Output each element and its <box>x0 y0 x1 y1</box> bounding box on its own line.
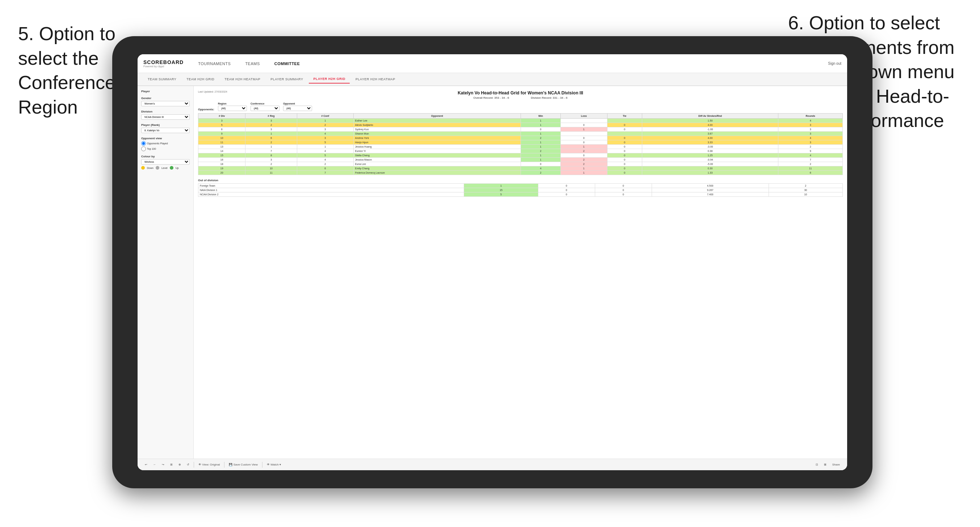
out-of-division-title: Out of division <box>198 179 843 182</box>
cell-conf: 3 <box>297 127 353 132</box>
cell-div: 13 <box>198 145 245 149</box>
col-tie: Tie <box>607 114 642 119</box>
cell-loss: 2 <box>561 149 607 153</box>
cell-win: 1 <box>520 158 560 162</box>
report-title: Katelyn Vo Head-to-Head Grid for Women's… <box>198 90 843 95</box>
cell-loss <box>561 119 607 123</box>
nav-teams[interactable]: TEAMS <box>242 60 263 67</box>
report-area: Last Updated: 27/03/2024 Katelyn Vo Head… <box>194 86 847 459</box>
cell-win: 1 <box>520 119 560 123</box>
table-row: 16 3 4 Jessica Mason 1 2 0 -0.94 7 <box>198 158 843 162</box>
cell-div: 18 <box>198 162 245 167</box>
toolbar-add[interactable]: ⊕ <box>177 462 183 467</box>
report-header: Katelyn Vo Head-to-Head Grid for Women's… <box>198 90 843 100</box>
cell-win: 1 <box>520 140 560 145</box>
cell-opp-rounds: 30 <box>768 188 842 192</box>
cell-tie: 0 <box>607 149 642 153</box>
cell-div: 14 <box>198 149 245 153</box>
filter-conference-group: Conference (All) <box>251 102 280 111</box>
cell-win: 2 <box>520 136 560 140</box>
cell-reg: 2 <box>245 162 297 167</box>
toolbar-undo[interactable]: ↩ <box>143 462 149 467</box>
sub-nav-team-h2h-grid[interactable]: TEAM H2H GRID <box>182 75 219 83</box>
dot-level <box>156 166 159 170</box>
toolbar-share[interactable]: Share <box>831 462 842 467</box>
filter-opponent-select[interactable]: (All) <box>283 106 312 111</box>
out-of-div-row: NAIA Division 1 15 0 0 9.267 30 <box>198 188 843 192</box>
cell-tie: 0 <box>607 127 642 132</box>
nav-committee[interactable]: COMMITTEE <box>271 60 304 67</box>
cell-opponent: Sharon Mun <box>353 132 520 136</box>
cell-conf: 4 <box>297 158 353 162</box>
cell-loss: 0 <box>561 153 607 158</box>
sub-nav-player-h2h-heatmap[interactable]: PLAYER H2H HEATMAP <box>351 75 400 83</box>
radio-opponents-played[interactable]: Opponents Played <box>141 141 190 146</box>
cell-win: 0 <box>520 162 560 167</box>
cell-conf: 3 <box>297 136 353 140</box>
cell-reg: 11 <box>245 171 297 175</box>
cell-diff: -5.00 <box>642 162 778 167</box>
cell-loss: 1 <box>561 145 607 149</box>
filter-region-select[interactable]: (All) <box>218 106 247 111</box>
sidebar-gender-select[interactable]: Women's <box>141 101 190 106</box>
sub-nav-player-h2h-grid[interactable]: PLAYER H2H GRID <box>309 75 350 84</box>
cell-rounds: 4 <box>778 119 843 123</box>
sub-nav-player-summary[interactable]: PLAYER SUMMARY <box>266 75 307 83</box>
toolbar-icon1[interactable]: ⊡ <box>814 462 819 467</box>
col-diff: Diff Av Strokes/Rnd <box>642 114 778 119</box>
filter-conference-select[interactable]: (All) <box>251 106 280 111</box>
cell-win: 1 <box>520 145 560 149</box>
cell-rounds: 2 <box>778 162 843 167</box>
radio-top100[interactable]: Top 100 <box>141 146 190 151</box>
toolbar-redo[interactable]: ↪ <box>161 462 166 467</box>
sub-nav-team-h2h-heatmap[interactable]: TEAM H2H HEATMAP <box>220 75 265 83</box>
logo-sub: Powered by clippd <box>143 65 183 68</box>
sidebar-division-select[interactable]: NCAA Division III <box>141 114 190 120</box>
cell-opp-tie: 0 <box>595 184 652 188</box>
cell-opponent: Jessica Mason <box>353 158 520 162</box>
sidebar-colour-select[interactable]: Win/loss <box>141 159 190 165</box>
sign-out[interactable]: Sign out <box>828 62 842 65</box>
cell-diff: 3.33 <box>642 140 778 145</box>
sidebar-player-rank-select[interactable]: 8. Katelyn Vo <box>141 128 190 133</box>
cell-diff: 1.25 <box>642 153 778 158</box>
table-row: 14 7 4 Eunice Yi 2 2 0 0.38 9 <box>198 149 843 153</box>
cell-win: 4 <box>520 167 560 171</box>
overall-record: Overall Record: 353 - 34 - 6 <box>473 96 509 100</box>
col-reg: # Reg <box>245 114 297 119</box>
report-header-wrapper: Last Updated: 27/03/2024 Katelyn Vo Head… <box>198 90 843 100</box>
sidebar-opponent-view-section: Opponent view Opponents Played Top 100 <box>141 137 190 151</box>
cell-diff: 4.00 <box>642 136 778 140</box>
cell-rounds: 11 <box>778 167 843 171</box>
cell-reg: 6 <box>245 136 297 140</box>
cell-loss: 1 <box>561 167 607 171</box>
cell-diff: -0.94 <box>642 158 778 162</box>
logo-area: SCOREBOARD Powered by clippd <box>143 59 183 68</box>
toolbar-icon2[interactable]: ⊠ <box>822 462 828 467</box>
cell-opp-diff: 9.267 <box>652 188 768 192</box>
cell-reg: 10 <box>245 167 297 171</box>
cell-opponent: Emily Chang <box>353 167 520 171</box>
cell-div: 11 <box>198 140 245 145</box>
toolbar-back[interactable]: ← <box>152 462 158 467</box>
dot-down <box>141 166 145 170</box>
sidebar-division-section: Division NCAA Division III <box>141 110 190 120</box>
toolbar-view-original[interactable]: 👁 View: Original <box>197 462 221 467</box>
filter-opponent-label: Opponent <box>283 102 312 105</box>
toolbar-watch[interactable]: 👁 Watch ▾ <box>266 462 282 467</box>
toolbar-save-custom[interactable]: 💾 Save Custom View <box>228 462 259 467</box>
cell-opp-win: 5 <box>464 192 538 197</box>
cell-win: 2 <box>520 171 560 175</box>
cell-opp-loss: 0 <box>538 188 595 192</box>
sidebar-gender-section: Gender Women's <box>141 97 190 106</box>
sub-nav-team-summary[interactable]: TEAM SUMMARY <box>143 75 181 83</box>
cell-loss: 0 <box>561 140 607 145</box>
nav-tournaments[interactable]: TOURNAMENTS <box>194 60 234 67</box>
report-records: Overall Record: 353 - 34 - 6 Division Re… <box>198 96 843 100</box>
cell-conf: 5 <box>297 153 353 158</box>
cell-opponent: Heejo Hyun <box>353 140 520 145</box>
toolbar-refresh[interactable]: ↺ <box>185 462 191 467</box>
toolbar-grid[interactable]: ⊞ <box>169 462 174 467</box>
sidebar-colour-label: Colour by <box>141 155 190 158</box>
table-row: 3 3 1 Esther Lee 1 1.50 4 <box>198 119 843 123</box>
